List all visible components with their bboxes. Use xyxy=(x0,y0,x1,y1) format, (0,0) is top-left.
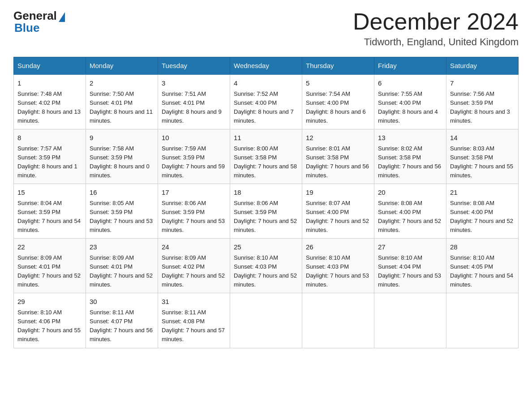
day-sun-info: Sunrise: 8:09 AMSunset: 4:01 PMDaylight:… xyxy=(17,253,82,290)
logo-blue-text: Blue xyxy=(13,21,39,35)
day-number: 22 xyxy=(17,242,82,253)
calendar-cell: 28Sunrise: 8:10 AMSunset: 4:05 PMDayligh… xyxy=(446,239,519,293)
day-number: 15 xyxy=(17,188,82,198)
day-number: 1 xyxy=(17,78,82,89)
day-sun-info: Sunrise: 8:04 AMSunset: 3:59 PMDaylight:… xyxy=(17,199,82,235)
day-sun-info: Sunrise: 8:05 AMSunset: 3:59 PMDaylight:… xyxy=(90,199,154,235)
day-number: 11 xyxy=(234,133,298,143)
day-number: 20 xyxy=(378,188,442,198)
calendar-cell: 1Sunrise: 7:48 AMSunset: 4:02 PMDaylight… xyxy=(14,74,86,129)
day-sun-info: Sunrise: 8:10 AMSunset: 4:04 PMDaylight:… xyxy=(378,253,442,290)
column-header-thursday: Thursday xyxy=(302,57,374,75)
calendar-cell xyxy=(230,293,302,348)
day-sun-info: Sunrise: 8:00 AMSunset: 3:58 PMDaylight:… xyxy=(234,144,298,180)
day-number: 9 xyxy=(90,133,154,143)
day-number: 31 xyxy=(162,297,226,307)
day-number: 8 xyxy=(17,133,82,143)
day-number: 3 xyxy=(162,78,226,89)
calendar-cell: 6Sunrise: 7:55 AMSunset: 4:00 PMDaylight… xyxy=(374,74,446,129)
calendar-cell: 14Sunrise: 8:03 AMSunset: 3:58 PMDayligh… xyxy=(446,129,519,184)
day-number: 16 xyxy=(90,188,154,198)
header-row: SundayMondayTuesdayWednesdayThursdayFrid… xyxy=(14,57,519,75)
calendar-cell: 29Sunrise: 8:10 AMSunset: 4:06 PMDayligh… xyxy=(14,293,86,348)
calendar-cell: 11Sunrise: 8:00 AMSunset: 3:58 PMDayligh… xyxy=(230,129,302,184)
day-sun-info: Sunrise: 8:02 AMSunset: 3:58 PMDaylight:… xyxy=(378,144,442,180)
calendar-cell: 10Sunrise: 7:59 AMSunset: 3:59 PMDayligh… xyxy=(158,129,230,184)
day-sun-info: Sunrise: 8:08 AMSunset: 4:00 PMDaylight:… xyxy=(378,199,442,235)
logo-triangle-icon xyxy=(59,12,65,22)
day-number: 23 xyxy=(90,242,154,253)
day-number: 28 xyxy=(450,242,515,253)
day-sun-info: Sunrise: 8:10 AMSunset: 4:03 PMDaylight:… xyxy=(234,253,298,290)
column-header-wednesday: Wednesday xyxy=(230,57,302,75)
day-sun-info: Sunrise: 8:09 AMSunset: 4:02 PMDaylight:… xyxy=(162,253,226,290)
day-sun-info: Sunrise: 8:10 AMSunset: 4:05 PMDaylight:… xyxy=(450,253,515,290)
calendar-cell: 27Sunrise: 8:10 AMSunset: 4:04 PMDayligh… xyxy=(374,239,446,293)
day-number: 25 xyxy=(234,242,298,253)
day-sun-info: Sunrise: 7:56 AMSunset: 3:59 PMDaylight:… xyxy=(450,90,515,126)
day-number: 4 xyxy=(234,78,298,89)
page-header: General Blue December 2024 Tidworth, Eng… xyxy=(13,9,519,48)
day-sun-info: Sunrise: 7:55 AMSunset: 4:00 PMDaylight:… xyxy=(378,90,442,126)
day-number: 18 xyxy=(234,188,298,198)
column-header-monday: Monday xyxy=(86,57,158,75)
day-sun-info: Sunrise: 7:59 AMSunset: 3:59 PMDaylight:… xyxy=(162,144,226,180)
calendar-cell: 12Sunrise: 8:01 AMSunset: 3:58 PMDayligh… xyxy=(302,129,374,184)
day-sun-info: Sunrise: 8:06 AMSunset: 3:59 PMDaylight:… xyxy=(234,199,298,235)
calendar-cell: 13Sunrise: 8:02 AMSunset: 3:58 PMDayligh… xyxy=(374,129,446,184)
calendar-cell xyxy=(446,293,519,348)
calendar-cell: 18Sunrise: 8:06 AMSunset: 3:59 PMDayligh… xyxy=(230,184,302,239)
calendar-cell: 3Sunrise: 7:51 AMSunset: 4:01 PMDaylight… xyxy=(158,74,230,129)
day-sun-info: Sunrise: 8:11 AMSunset: 4:08 PMDaylight:… xyxy=(162,308,226,344)
day-number: 7 xyxy=(450,78,515,89)
day-sun-info: Sunrise: 7:54 AMSunset: 4:00 PMDaylight:… xyxy=(306,90,370,126)
calendar-cell: 25Sunrise: 8:10 AMSunset: 4:03 PMDayligh… xyxy=(230,239,302,293)
day-number: 21 xyxy=(450,188,515,198)
day-number: 6 xyxy=(378,78,442,89)
calendar-cell: 26Sunrise: 8:10 AMSunset: 4:03 PMDayligh… xyxy=(302,239,374,293)
week-row-3: 15Sunrise: 8:04 AMSunset: 3:59 PMDayligh… xyxy=(14,184,519,239)
calendar-cell: 20Sunrise: 8:08 AMSunset: 4:00 PMDayligh… xyxy=(374,184,446,239)
column-header-saturday: Saturday xyxy=(446,57,519,75)
week-row-4: 22Sunrise: 8:09 AMSunset: 4:01 PMDayligh… xyxy=(14,239,519,293)
day-number: 13 xyxy=(378,133,442,143)
calendar-cell xyxy=(302,293,374,348)
location-subtitle: Tidworth, England, United Kingdom xyxy=(353,36,519,48)
day-number: 17 xyxy=(162,188,226,198)
day-number: 26 xyxy=(306,242,370,253)
calendar-body: 1Sunrise: 7:48 AMSunset: 4:02 PMDaylight… xyxy=(14,74,519,348)
day-number: 12 xyxy=(306,133,370,143)
day-sun-info: Sunrise: 8:06 AMSunset: 3:59 PMDaylight:… xyxy=(162,199,226,235)
week-row-5: 29Sunrise: 8:10 AMSunset: 4:06 PMDayligh… xyxy=(14,293,519,348)
calendar-cell: 31Sunrise: 8:11 AMSunset: 4:08 PMDayligh… xyxy=(158,293,230,348)
day-sun-info: Sunrise: 7:50 AMSunset: 4:01 PMDaylight:… xyxy=(90,90,154,126)
day-number: 5 xyxy=(306,78,370,89)
calendar-cell: 8Sunrise: 7:57 AMSunset: 3:59 PMDaylight… xyxy=(14,129,86,184)
week-row-2: 8Sunrise: 7:57 AMSunset: 3:59 PMDaylight… xyxy=(14,129,519,184)
day-sun-info: Sunrise: 7:58 AMSunset: 3:59 PMDaylight:… xyxy=(90,144,154,180)
day-number: 2 xyxy=(90,78,154,89)
day-number: 10 xyxy=(162,133,226,143)
day-sun-info: Sunrise: 7:52 AMSunset: 4:00 PMDaylight:… xyxy=(234,90,298,126)
day-number: 30 xyxy=(90,297,154,307)
month-title: December 2024 xyxy=(353,9,519,34)
day-number: 29 xyxy=(17,297,82,307)
calendar-cell: 4Sunrise: 7:52 AMSunset: 4:00 PMDaylight… xyxy=(230,74,302,129)
column-header-sunday: Sunday xyxy=(14,57,86,75)
day-sun-info: Sunrise: 8:08 AMSunset: 4:00 PMDaylight:… xyxy=(450,199,515,235)
calendar-header: SundayMondayTuesdayWednesdayThursdayFrid… xyxy=(14,57,519,75)
column-header-friday: Friday xyxy=(374,57,446,75)
day-sun-info: Sunrise: 8:07 AMSunset: 4:00 PMDaylight:… xyxy=(306,199,370,235)
day-sun-info: Sunrise: 8:09 AMSunset: 4:01 PMDaylight:… xyxy=(90,253,154,290)
day-number: 27 xyxy=(378,242,442,253)
calendar-cell: 23Sunrise: 8:09 AMSunset: 4:01 PMDayligh… xyxy=(86,239,158,293)
calendar-cell: 24Sunrise: 8:09 AMSunset: 4:02 PMDayligh… xyxy=(158,239,230,293)
column-header-tuesday: Tuesday xyxy=(158,57,230,75)
calendar-cell: 22Sunrise: 8:09 AMSunset: 4:01 PMDayligh… xyxy=(14,239,86,293)
calendar-table: SundayMondayTuesdayWednesdayThursdayFrid… xyxy=(13,57,519,348)
calendar-cell xyxy=(374,293,446,348)
day-sun-info: Sunrise: 7:57 AMSunset: 3:59 PMDaylight:… xyxy=(17,144,82,180)
day-sun-info: Sunrise: 8:10 AMSunset: 4:06 PMDaylight:… xyxy=(17,308,82,344)
calendar-cell: 5Sunrise: 7:54 AMSunset: 4:00 PMDaylight… xyxy=(302,74,374,129)
day-sun-info: Sunrise: 8:03 AMSunset: 3:58 PMDaylight:… xyxy=(450,144,515,180)
